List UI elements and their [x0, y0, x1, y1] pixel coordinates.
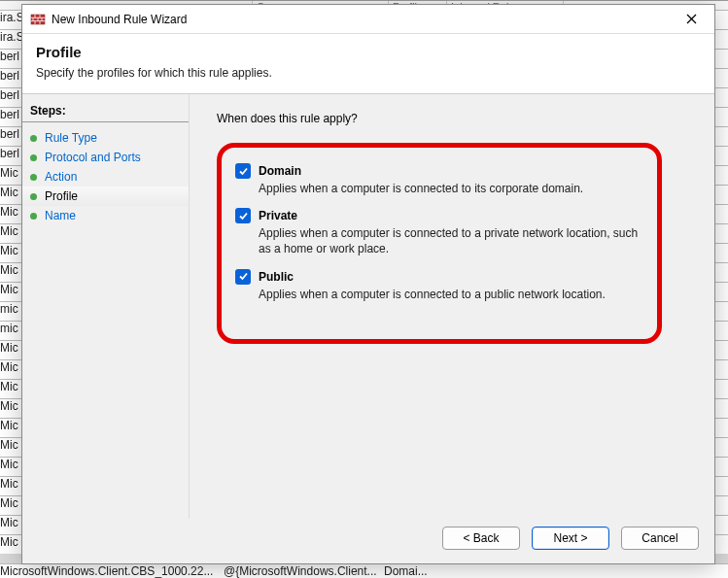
bg-bottom-row: MicrosoftWindows.Client.CBS_1000.22... @… — [0, 563, 728, 578]
firewall-icon — [30, 12, 46, 27]
checkbox-private[interactable] — [235, 208, 251, 223]
profile-option-private: PrivateApplies when a computer is connec… — [235, 208, 641, 256]
step-bullet-icon — [30, 213, 37, 220]
step-bullet-icon — [30, 174, 37, 181]
option-description: Applies when a computer is connected to … — [259, 287, 641, 302]
check-icon — [238, 211, 249, 221]
step-item-rule-type[interactable]: Rule Type — [22, 128, 189, 148]
content-panel: When does this rule apply? DomainApplies… — [190, 94, 714, 519]
step-bullet-icon — [30, 135, 37, 142]
step-label: Name — [45, 209, 76, 222]
step-bullet-icon — [30, 193, 37, 200]
step-item-protocol-and-ports[interactable]: Protocol and Ports — [22, 148, 189, 167]
step-item-profile[interactable]: Profile — [22, 187, 189, 206]
step-label: Profile — [45, 189, 78, 203]
option-label: Domain — [259, 164, 301, 178]
checkbox-domain[interactable] — [235, 163, 251, 179]
cancel-button[interactable]: Cancel — [621, 527, 699, 550]
option-label: Private — [259, 209, 297, 222]
header-region: Profile Specify the profiles for which t… — [22, 34, 714, 94]
check-icon — [238, 166, 249, 177]
steps-heading: Steps: — [22, 102, 189, 122]
profile-option-public: PublicApplies when a computer is connect… — [235, 269, 641, 302]
check-icon — [238, 271, 249, 282]
window-title: New Inbound Rule Wizard — [52, 13, 672, 26]
step-label: Action — [45, 170, 77, 184]
profile-option-domain: DomainApplies when a computer is connect… — [235, 163, 641, 196]
next-button[interactable]: Next > — [532, 527, 609, 550]
page-title: Profile — [36, 44, 701, 60]
close-button[interactable] — [672, 6, 711, 33]
page-subtitle: Specify the profiles for which this rule… — [36, 66, 701, 80]
option-description: Applies when a computer is connected to … — [259, 181, 641, 196]
titlebar: New Inbound Rule Wizard — [22, 5, 714, 34]
button-row: < Back Next > Cancel — [22, 519, 714, 563]
step-item-action[interactable]: Action — [22, 167, 189, 187]
back-button[interactable]: < Back — [442, 527, 520, 550]
close-icon — [686, 14, 697, 24]
checkbox-public[interactable] — [235, 269, 251, 285]
step-item-name[interactable]: Name — [22, 206, 189, 225]
content-question: When does this rule apply? — [217, 112, 693, 125]
wizard-dialog: New Inbound Rule Wizard Profile Specify … — [21, 4, 715, 564]
step-label: Rule Type — [45, 131, 97, 145]
step-bullet-icon — [30, 154, 37, 161]
profiles-highlight-box: DomainApplies when a computer is connect… — [217, 143, 662, 344]
option-label: Public — [259, 270, 294, 284]
step-label: Protocol and Ports — [45, 151, 141, 164]
steps-sidebar: Steps: Rule TypeProtocol and PortsAction… — [22, 94, 190, 519]
option-description: Applies when a computer is connected to … — [259, 225, 641, 256]
